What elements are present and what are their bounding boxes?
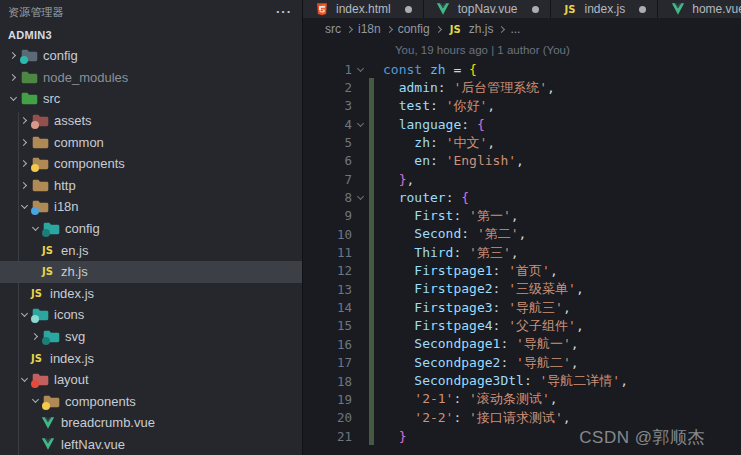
tree-item-components[interactable]: components: [0, 391, 302, 413]
tab-index-html[interactable]: index.html: [303, 0, 424, 18]
code-line-19[interactable]: 19 '2-1': '滚动条测试',: [303, 390, 741, 408]
chevron-right-icon[interactable]: [6, 70, 20, 84]
code-line-10[interactable]: 10 Second: '第二',: [303, 225, 741, 243]
code-text: Firstpage2: '三级菜单',: [383, 280, 584, 298]
tree-item-layout[interactable]: layout: [0, 369, 302, 391]
folder-icon: [43, 394, 60, 409]
code-line-11[interactable]: 11 Third: '第三',: [303, 243, 741, 261]
code-text: const zh = {: [383, 62, 477, 77]
modified-dot-icon[interactable]: [639, 6, 646, 13]
tree-item-node-modules[interactable]: node_modules: [0, 67, 302, 89]
tree-item-label: node_modules: [43, 70, 128, 85]
breadcrumb-item-src[interactable]: src: [325, 22, 341, 36]
vue-file-icon: [39, 437, 56, 451]
code-line-8[interactable]: 8 router: {: [303, 188, 741, 206]
tree-item-en-js[interactable]: JSen.js: [0, 239, 302, 261]
tree-item-svg[interactable]: svg: [0, 326, 302, 348]
chevron-down-icon[interactable]: [6, 92, 20, 106]
code-line-6[interactable]: 6 en: 'English',: [303, 152, 741, 170]
code-line-18[interactable]: 18 Secondpage3Dtl: '导航二详情',: [303, 372, 741, 390]
chevron-right-icon[interactable]: [28, 330, 42, 344]
tree-item-label: config: [43, 48, 78, 63]
html-file-icon: [314, 2, 330, 16]
fold-chevron-icon[interactable]: [352, 196, 369, 199]
code-line-15[interactable]: 15 Firstpage4: '父子组件',: [303, 317, 741, 335]
tree-item-http[interactable]: http: [0, 175, 302, 197]
javascript-file-icon: JS: [28, 288, 45, 299]
breadcrumb-separator-icon: [386, 25, 393, 32]
tree-item-label: src: [43, 91, 60, 106]
project-section-header[interactable]: ADMIN3: [0, 24, 302, 45]
chevron-down-icon[interactable]: [17, 308, 31, 322]
breadcrumb-item-i18n[interactable]: i18n: [358, 22, 381, 36]
code-line-13[interactable]: 13 Firstpage2: '三级菜单',: [303, 280, 741, 298]
code-line-12[interactable]: 12 Firstpage1: '首页',: [303, 262, 741, 280]
tab-label: topNav.vue: [458, 2, 518, 16]
fold-chevron-icon[interactable]: [352, 123, 369, 126]
more-actions-icon[interactable]: ···: [276, 8, 292, 16]
modified-dot-icon[interactable]: [532, 6, 539, 13]
tree-item-components[interactable]: components: [0, 153, 302, 175]
modified-dot-icon[interactable]: [405, 6, 412, 13]
line-number: 3: [303, 98, 352, 113]
tree-item-index-js[interactable]: JSindex.js: [0, 347, 302, 369]
tree-item-label: components: [65, 394, 136, 409]
tab-topnav-vue[interactable]: topNav.vue: [424, 0, 551, 18]
chevron-down-icon[interactable]: [28, 222, 42, 236]
tree-item-label: common: [54, 135, 104, 150]
code-text: Secondpage2: '导航二',: [383, 354, 579, 372]
tree-item-index-js[interactable]: JSindex.js: [0, 283, 302, 305]
code-text: en: 'English',: [383, 153, 524, 168]
chevron-down-icon[interactable]: [28, 394, 42, 408]
tree-item-zh-js[interactable]: JSzh.js: [0, 261, 302, 283]
tree-item-config[interactable]: config: [0, 45, 302, 67]
breadcrumb-item-config[interactable]: config: [398, 22, 430, 36]
tree-item-icons[interactable]: icons: [0, 304, 302, 326]
code-line-7[interactable]: 7 },: [303, 170, 741, 188]
folder-icon: [32, 113, 49, 128]
chevron-right-icon[interactable]: [17, 114, 31, 128]
tree-item-src[interactable]: src: [0, 88, 302, 110]
vue-file-icon: [669, 2, 686, 16]
line-number: 9: [303, 208, 352, 223]
tree-item-label: breadcrumb.vue: [61, 415, 155, 430]
code-line-5[interactable]: 5 zh: '中文',: [303, 133, 741, 151]
tree-item-leftnav-vue[interactable]: leftNav.vue: [0, 434, 302, 455]
code-line-4[interactable]: 4 language: {: [303, 115, 741, 133]
code-line-14[interactable]: 14 Firstpage3: '导航三',: [303, 298, 741, 316]
folder-icon: [32, 307, 49, 322]
code-editor[interactable]: 1const zh = {2 admin: '后台管理系统',3 test: '…: [303, 60, 741, 445]
code-text: Firstpage4: '父子组件',: [383, 317, 584, 335]
line-number: 20: [303, 410, 352, 425]
gear-badge: [42, 229, 50, 237]
git-change-gutter: [369, 152, 374, 170]
breadcrumb-item--[interactable]: ...: [510, 22, 520, 36]
tree-item-i18n[interactable]: i18n: [0, 196, 302, 218]
tab-home-vue[interactable]: home.vue: [658, 0, 741, 18]
chevron-down-icon[interactable]: [17, 373, 31, 387]
git-change-gutter: [369, 372, 374, 390]
tree-item-assets[interactable]: assets: [0, 110, 302, 132]
code-line-2[interactable]: 2 admin: '后台管理系统',: [303, 78, 741, 96]
folder-icon: [32, 135, 49, 150]
chevron-right-icon[interactable]: [17, 178, 31, 192]
code-line-3[interactable]: 3 test: '你好',: [303, 97, 741, 115]
tab-index-js[interactable]: JSindex.js: [551, 0, 659, 18]
code-line-17[interactable]: 17 Secondpage2: '导航二',: [303, 354, 741, 372]
code-line-1[interactable]: 1const zh = {: [303, 60, 741, 78]
tree-item-config[interactable]: config: [0, 218, 302, 240]
chevron-right-icon[interactable]: [17, 157, 31, 171]
code-line-16[interactable]: 16 Secondpage1: '导航一',: [303, 335, 741, 353]
code-line-20[interactable]: 20 '2-2': '接口请求测试',: [303, 409, 741, 427]
chevron-down-icon[interactable]: [17, 200, 31, 214]
chevron-right-icon[interactable]: [6, 49, 20, 63]
tree-item-common[interactable]: common: [0, 131, 302, 153]
git-change-gutter: [369, 133, 374, 151]
code-text: admin: '后台管理系统',: [383, 79, 555, 97]
code-line-9[interactable]: 9 First: '第一',: [303, 207, 741, 225]
fold-chevron-icon[interactable]: [352, 68, 369, 71]
tree-item-breadcrumb-vue[interactable]: breadcrumb.vue: [0, 412, 302, 434]
chevron-right-icon[interactable]: [17, 135, 31, 149]
breadcrumb-item-zh-js[interactable]: JSzh.js: [447, 22, 494, 36]
breadcrumb: srci18nconfigJSzh.js...: [303, 18, 741, 40]
